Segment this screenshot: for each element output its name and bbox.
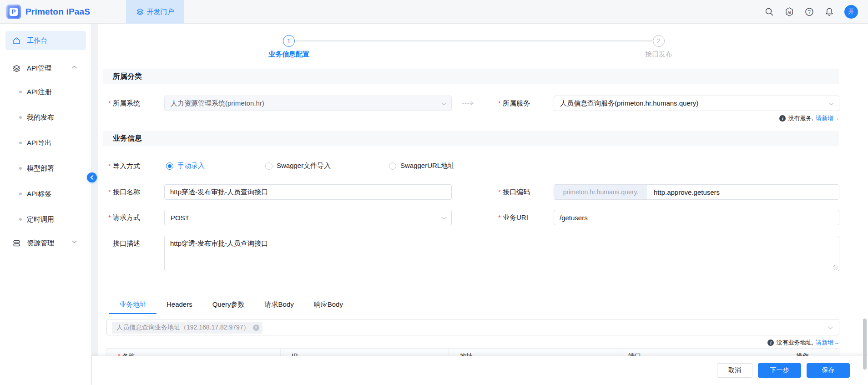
main-area: 1 2 业务信息配置 接口发布 所属分类 所属系统 人力资源管理系统(prime… — [92, 24, 868, 385]
tab-business-address[interactable]: 业务地址 — [109, 297, 156, 314]
cancel-button[interactable]: 取消 — [717, 363, 752, 378]
sidebar-group-resource-management[interactable]: 资源管理 — [0, 232, 91, 254]
sidebar-item-label: API标签 — [27, 190, 51, 198]
tab-request-body[interactable]: 请求Body — [255, 297, 304, 314]
next-step-button[interactable]: 下一步 — [758, 363, 801, 378]
col-address: 地址 — [449, 349, 617, 356]
api-name-input[interactable] — [164, 184, 452, 200]
info-icon: i — [767, 339, 774, 346]
tab-dev-portal-label: 开发门户 — [147, 8, 174, 16]
import-method-label: 导入方式 — [108, 162, 140, 171]
radio-label: 手动录入 — [177, 162, 205, 170]
no-service-text: 没有服务, — [788, 114, 813, 122]
sidebar-collapse-handle[interactable] — [87, 172, 97, 182]
api-code-label: 接口编码 — [498, 184, 530, 200]
radio-label: Swagger文件导入 — [277, 162, 331, 170]
sidebar-item-label: API注册 — [27, 88, 51, 96]
col-port: 端口 — [617, 349, 785, 356]
sidebar-item-api-export[interactable]: API导出 — [0, 130, 91, 156]
method-select-value: POST — [171, 214, 189, 222]
chevron-down-icon — [829, 102, 834, 106]
chevron-down-icon — [828, 326, 833, 329]
sidebar-group-label: 资源管理 — [27, 239, 54, 248]
svg-text:?: ? — [808, 9, 811, 15]
step-2-label: 接口发布 — [645, 50, 672, 59]
service-select[interactable]: 人员信息查询服务(primeton.hr.humans.query) — [554, 96, 839, 111]
database-icon — [13, 239, 20, 247]
business-address-select[interactable]: 人员信息查询业务地址（192.168.17.82:9797） × — [106, 319, 839, 335]
help-icon[interactable]: ? — [804, 7, 814, 17]
sidebar-item-label: 定时调用 — [27, 215, 54, 224]
sidebar-sublist: API注册 我的发布 API导出 模型部署 API标签 定时调用 — [0, 79, 91, 232]
sidebar-item-label: 我的发布 — [27, 113, 54, 122]
brand: P Primeton iPaaS — [6, 0, 90, 24]
radio-dot — [265, 162, 273, 170]
vertical-scrollbar-thumb[interactable] — [863, 319, 867, 370]
step-1-circle: 1 — [283, 35, 295, 47]
col-ip: IP — [281, 349, 449, 356]
step-2-circle: 2 — [653, 35, 665, 47]
tab-dev-portal[interactable]: 开发门户 — [126, 0, 184, 24]
section-title-business: 业务信息 — [103, 131, 839, 146]
add-service-link[interactable]: 请新增→ — [816, 114, 839, 122]
ai-assistant-icon[interactable]: AI — [784, 7, 794, 17]
sidebar-item-scheduled-call[interactable]: 定时调用 — [0, 207, 91, 232]
step-1-label: 业务信息配置 — [268, 50, 309, 59]
section-title-category: 所属分类 — [103, 69, 839, 84]
sidebar-item-label: 模型部署 — [27, 164, 54, 173]
dashed-arrow-icon — [462, 101, 475, 106]
chevron-down-icon — [441, 217, 446, 220]
save-button[interactable]: 保存 — [807, 363, 850, 378]
no-address-note: i 没有业务地址, 请新增→ — [767, 339, 839, 347]
api-code-prefix: primeton.hr.humans.query. — [554, 185, 647, 199]
system-select[interactable]: 人力资源管理系统(primeton.hr) — [164, 96, 452, 111]
uri-label: 业务URI — [498, 210, 528, 225]
chip-close-icon[interactable]: × — [253, 324, 259, 331]
primeton-logo-icon: P — [6, 5, 21, 19]
tab-headers[interactable]: Headers — [156, 297, 202, 314]
header-actions: AI ? 开 — [764, 0, 858, 24]
stepper-connector — [296, 41, 653, 41]
home-icon — [13, 37, 20, 45]
user-avatar[interactable]: 开 — [844, 5, 858, 19]
sidebar-nav: 工作台 API管理 API注册 我的发布 API导出 模型部署 API标签 定时… — [0, 24, 92, 385]
tab-query-params[interactable]: Query参数 — [202, 297, 255, 314]
import-method-row: 导入方式 手动录入 Swagger文件导入 SwaggerURL地址 — [98, 162, 868, 172]
sidebar-item-label: 工作台 — [27, 36, 47, 45]
system-label: 所属系统 — [108, 96, 140, 111]
method-select[interactable]: POST — [164, 210, 452, 225]
notifications-bell-icon[interactable] — [824, 7, 834, 17]
uri-input[interactable] — [554, 210, 839, 225]
content-panel: 1 2 业务信息配置 接口发布 所属分类 所属系统 人力资源管理系统(prime… — [98, 24, 868, 356]
chevron-down-icon — [72, 240, 77, 243]
radio-dot — [389, 162, 396, 170]
sidebar-item-model-deploy[interactable]: 模型部署 — [0, 156, 91, 181]
svg-text:AI: AI — [787, 10, 791, 15]
radio-swagger-url[interactable]: SwaggerURL地址 — [389, 162, 454, 170]
sidebar-item-workbench[interactable]: 工作台 — [5, 31, 86, 50]
api-code-input[interactable] — [647, 185, 839, 199]
detail-tabs: 业务地址 Headers Query参数 请求Body 响应Body — [109, 297, 353, 314]
api-layers-icon — [13, 65, 20, 72]
sidebar-group-api-management[interactable]: API管理 — [0, 57, 91, 79]
sidebar-item-api-register[interactable]: API注册 — [0, 79, 91, 105]
radio-swagger-file[interactable]: Swagger文件导入 — [265, 162, 331, 170]
add-address-link[interactable]: 请新增→ — [816, 339, 839, 347]
radio-manual-entry[interactable]: 手动录入 — [166, 162, 205, 170]
sidebar-item-my-publish[interactable]: 我的发布 — [0, 105, 91, 130]
tab-response-body[interactable]: 响应Body — [304, 297, 353, 314]
method-label: 请求方式 — [108, 210, 140, 225]
footer-actions: 取消 下一步 保存 — [92, 356, 868, 385]
top-header: P Primeton iPaaS 开发门户 — [0, 0, 868, 24]
sidebar-group-label: API管理 — [27, 64, 51, 73]
col-name: 名称 — [107, 349, 281, 356]
radio-dot — [166, 162, 173, 170]
description-textarea[interactable] — [164, 236, 839, 271]
system-select-value: 人力资源管理系统(primeton.hr) — [171, 99, 264, 108]
chevron-down-icon — [441, 102, 446, 106]
service-label: 所属服务 — [498, 96, 530, 111]
search-icon[interactable] — [764, 7, 774, 17]
sidebar-item-api-tags[interactable]: API标签 — [0, 181, 91, 207]
info-icon: i — [779, 115, 786, 122]
col-actions: 操作 — [785, 349, 839, 356]
